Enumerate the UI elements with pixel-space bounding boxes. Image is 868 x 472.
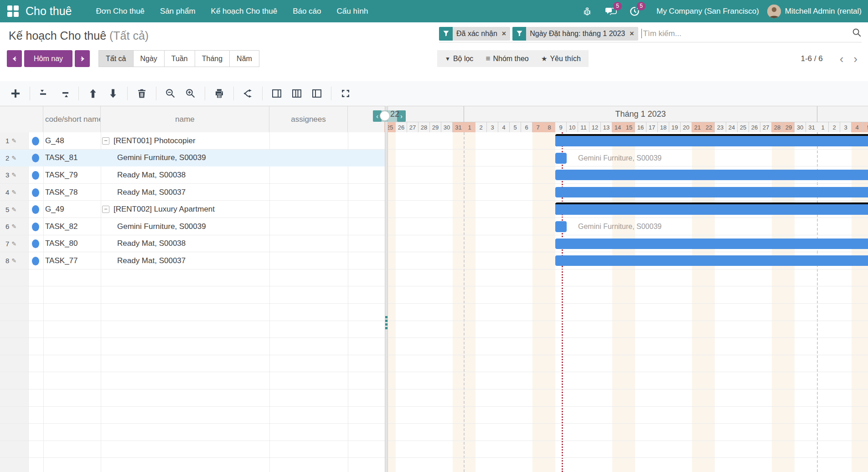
day-header-cell[interactable]: 31 [453, 122, 464, 133]
nav-item-cau-hinh[interactable]: Cấu hình [329, 0, 376, 22]
day-header-cell[interactable]: 3 [487, 122, 498, 133]
edit-pencil-icon[interactable]: ✎ [11, 137, 16, 144]
task-color-dot[interactable] [32, 257, 39, 265]
facet-remove-button[interactable]: × [501, 30, 510, 38]
gantt-task-bar[interactable] [555, 153, 567, 164]
gantt-task-bar[interactable] [555, 187, 868, 197]
filters-menu-button[interactable]: ▼ Bộ lọc [445, 55, 473, 63]
outdent-button[interactable] [58, 88, 70, 99]
day-header-cell[interactable]: 15 [624, 122, 635, 133]
nav-item-ke-hoach-cho-thue[interactable]: Kế hoạch Cho thuê [203, 0, 285, 22]
day-header-cell[interactable]: 27 [407, 122, 418, 133]
day-header-cell[interactable]: 17 [646, 122, 658, 133]
day-header-cell[interactable]: 10 [567, 122, 578, 133]
day-header-cell[interactable]: 26 [749, 122, 760, 133]
task-row-TASK_77[interactable]: 8✎TASK_77Ready Mat, S00037 [0, 252, 385, 270]
task-row-TASK_78[interactable]: 4✎TASK_78Ready Mat, S00037 [0, 184, 385, 201]
search-facet-ngay-at-hang-thang-1-2023[interactable]: Ngày Đặt hàng: tháng 1 2023× [512, 27, 638, 41]
nav-item-san-pham[interactable]: Sản phẩm [152, 0, 203, 22]
day-header-cell[interactable]: 5 [510, 122, 521, 133]
day-header-cell[interactable]: 28 [772, 122, 783, 133]
gantt-task-bar[interactable] [555, 255, 868, 266]
day-header-cell[interactable]: 16 [635, 122, 646, 133]
layout-split-button[interactable] [291, 88, 303, 99]
task-color-dot[interactable] [32, 223, 39, 231]
grid-chart-splitter[interactable] [385, 106, 388, 472]
day-header-cell[interactable]: 23 [715, 122, 726, 133]
search-facet-a-xac-nhan[interactable]: Đã xác nhận× [439, 27, 510, 41]
assignees-column-header[interactable]: assignees [269, 106, 348, 132]
scale-button-tat-ca[interactable]: Tất cả [98, 50, 133, 67]
task-color-dot[interactable] [32, 239, 39, 248]
day-header-cell[interactable]: 18 [658, 122, 669, 133]
app-brand[interactable]: Cho thuê [26, 5, 72, 18]
messages-button[interactable]: 5 [605, 5, 617, 17]
facet-remove-button[interactable]: × [629, 30, 638, 38]
favorites-menu-button[interactable]: ★ Yêu thích [541, 55, 581, 63]
scale-button-tuan[interactable]: Tuần [165, 50, 195, 67]
day-header-cell[interactable]: 12 [589, 122, 601, 133]
group-by-menu-button[interactable]: ≡ Nhóm theo [486, 54, 529, 63]
task-color-dot[interactable] [32, 171, 39, 180]
apps-menu-icon[interactable] [7, 5, 19, 17]
print-button[interactable] [213, 88, 225, 99]
critical-path-button[interactable] [242, 88, 254, 99]
day-header-cell[interactable]: 2 [829, 122, 840, 133]
gantt-chart-area[interactable]: Gemini Furniture, S00039Gemini Furniture… [384, 132, 868, 472]
day-header-cell[interactable]: 26 [396, 122, 407, 133]
day-header-cell[interactable]: 1 [464, 122, 475, 133]
day-header-cell[interactable]: 25 [738, 122, 749, 133]
splitter-handle-icon[interactable] [385, 316, 388, 329]
day-header-cell[interactable]: 19 [669, 122, 681, 133]
edit-pencil-icon[interactable]: ✎ [11, 257, 16, 264]
scale-button-thang[interactable]: Tháng [195, 50, 230, 67]
task-row-TASK_80[interactable]: 7✎TASK_80Ready Mat, S00038 [0, 235, 385, 253]
gantt-task-bar[interactable] [555, 170, 868, 180]
task-color-dot[interactable] [32, 188, 39, 197]
gantt-group-bar[interactable] [555, 134, 868, 146]
day-header-cell[interactable]: 6 [521, 122, 532, 133]
user-menu[interactable]: Mitchell Admin (rental) [785, 7, 862, 16]
day-header-cell[interactable]: 30 [795, 122, 806, 133]
day-header-cell[interactable]: 5 [863, 122, 868, 133]
gantt-task-bar[interactable] [555, 221, 567, 232]
day-header-cell[interactable]: 22 [703, 122, 715, 133]
collapse-toggle[interactable]: − [102, 137, 109, 145]
search-input[interactable]: Tìm kiếm... [641, 25, 862, 42]
day-header-cell[interactable]: 1 [817, 122, 829, 133]
task-color-dot[interactable] [32, 205, 39, 214]
task-row-TASK_82[interactable]: 6✎TASK_82Gemini Furniture, S00039 [0, 218, 385, 235]
search-icon[interactable] [852, 28, 862, 39]
collapse-toggle[interactable]: − [102, 206, 109, 213]
day-header-cell[interactable]: 30 [441, 122, 453, 133]
task-color-dot[interactable] [32, 154, 39, 162]
slider-knob[interactable] [380, 111, 390, 121]
user-avatar[interactable] [767, 5, 781, 18]
zoom-in-button[interactable] [185, 88, 196, 99]
day-header-cell[interactable]: 11 [578, 122, 589, 133]
layout-chart-button[interactable] [311, 88, 323, 99]
day-header-cell[interactable]: 14 [612, 122, 624, 133]
task-row-TASK_81[interactable]: 2✎TASK_81Gemini Furniture, S00039 [0, 150, 385, 167]
task-row-G_48[interactable]: 1✎G_48−[RENT001] Photocopier [0, 132, 385, 150]
zoom-out-button[interactable] [165, 88, 176, 99]
task-row-TASK_79[interactable]: 3✎TASK_79Ready Mat, S00038 [0, 166, 385, 184]
fullscreen-button[interactable] [340, 88, 351, 99]
day-header-cell[interactable]: 4 [852, 122, 863, 133]
day-header-cell[interactable]: 31 [806, 122, 817, 133]
gantt-group-bar[interactable] [555, 202, 868, 215]
debug-bug-icon[interactable] [581, 5, 593, 17]
nav-item-bao-cao[interactable]: Báo cáo [285, 0, 329, 22]
edit-pencil-icon[interactable]: ✎ [11, 206, 16, 213]
task-row-G_49[interactable]: 5✎G_49−[RENT002] Luxury Apartment [0, 201, 385, 218]
today-button[interactable]: Hôm nay [24, 50, 72, 67]
delete-button[interactable] [136, 88, 148, 99]
task-color-dot[interactable] [32, 137, 39, 145]
day-header-cell[interactable]: 29 [783, 122, 795, 133]
day-header-cell[interactable]: 28 [418, 122, 430, 133]
day-header-cell[interactable]: 9 [555, 122, 567, 133]
day-header-cell[interactable]: 24 [726, 122, 738, 133]
day-header-cell[interactable]: 2 [475, 122, 487, 133]
day-header-cell[interactable]: 3 [840, 122, 852, 133]
company-switcher[interactable]: My Company (San Francisco) [656, 7, 759, 16]
